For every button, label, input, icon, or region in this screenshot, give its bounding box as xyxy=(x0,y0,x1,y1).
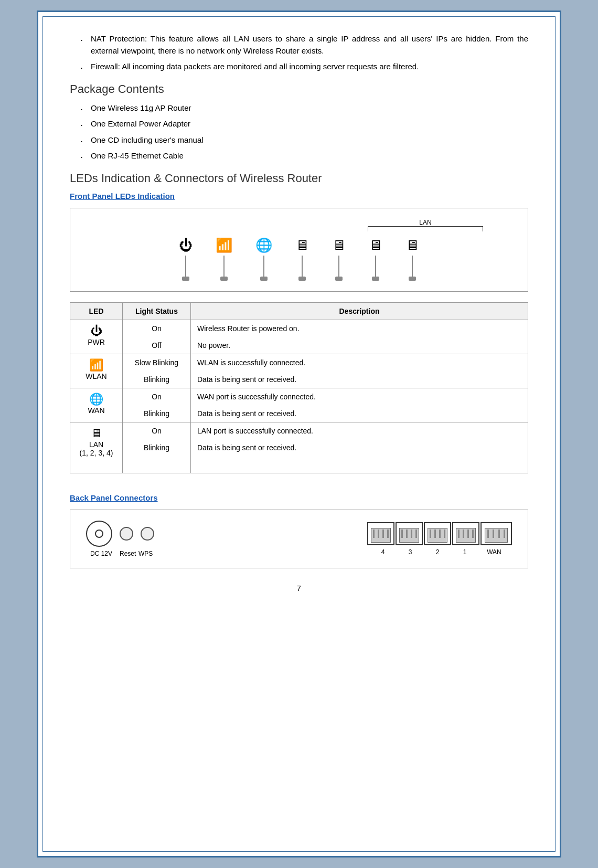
lan-desc-on: LAN port is successfully connected. xyxy=(197,427,521,435)
table-row: 🖥 LAN (1, 2, 3, 4) On Blinking LAN port … xyxy=(70,422,528,473)
reset-button-diagram xyxy=(120,527,133,541)
pwr-desc-cell: Wireless Router is powered on. No power. xyxy=(191,320,528,354)
eth-port-2 xyxy=(424,522,451,545)
eth-port-4 xyxy=(367,522,394,545)
dc-power-connector xyxy=(86,521,112,547)
wlan-desc-cell: WLAN is successfully connected. Data is … xyxy=(191,354,528,388)
top-bullets: NAT Protection: This feature allows all … xyxy=(70,33,528,73)
dc-label: DC 12V xyxy=(88,550,114,557)
pwr-status-cell: On Off xyxy=(123,320,191,354)
led-col-header: LED xyxy=(70,302,123,320)
lan-desc-cell: LAN port is successfully connected. Data… xyxy=(191,422,528,473)
package-item-2: One External Power Adapter xyxy=(80,118,528,130)
wan-desc-on: WAN port is successfully connected. xyxy=(197,393,521,401)
package-item-3: One CD including user's manual xyxy=(80,134,528,146)
pwr-led-cell: ⏻ PWR xyxy=(70,320,123,354)
light-status-col-header: Light Status xyxy=(123,302,191,320)
lan-desc-blink: Data is being sent or received. xyxy=(197,443,521,452)
wlan-led-cell: 📶 WLAN xyxy=(70,354,123,388)
wan-status-cell: On Blinking xyxy=(123,388,191,422)
table-row: 📶 WLAN Slow Blinking Blinking WLAN is su… xyxy=(70,354,528,388)
port-2-label: 2 xyxy=(424,548,451,556)
wlan-label: WLAN xyxy=(86,372,106,380)
lan4-icon-diagram: 🖥 xyxy=(405,237,419,253)
lan2-icon-diagram: 🖥 xyxy=(332,237,346,253)
back-panel-link[interactable]: Back Panel Connectors xyxy=(70,493,528,502)
page: NAT Protection: This feature allows all … xyxy=(37,10,561,858)
led-table: LED Light Status Description ⏻ PWR On Of… xyxy=(70,302,528,473)
eth-port-wan xyxy=(480,522,512,545)
bullet-firewall: Firewall: All incoming data packets are … xyxy=(80,61,528,73)
back-panel-right: 4 3 2 1 WAN xyxy=(367,522,512,556)
table-row: ⏻ PWR On Off Wireless Router is powered … xyxy=(70,320,528,354)
back-panel-left: DC 12V Reset WPS xyxy=(86,521,154,557)
port-1-label: 1 xyxy=(451,548,478,556)
wlan-status-blink: Blinking xyxy=(129,375,184,384)
package-contents-title: Package Contents xyxy=(70,82,528,96)
eth-port-1 xyxy=(452,522,479,545)
wlan-desc-slow: WLAN is successfully connected. xyxy=(197,358,521,367)
wan-desc-blink: Data is being sent or received. xyxy=(197,409,521,418)
wlan-status-cell: Slow Blinking Blinking xyxy=(123,354,191,388)
eth-port-3 xyxy=(396,522,423,545)
pwr-icon: ⏻ xyxy=(179,237,193,253)
ethernet-ports xyxy=(367,522,512,545)
wan-icon-diagram: 🌐 xyxy=(255,237,272,253)
wan-led-cell: 🌐 WAN xyxy=(70,388,123,422)
lan1-icon-diagram: 🖥 xyxy=(295,237,309,253)
lan-status-blink: Blinking xyxy=(129,443,184,452)
page-number: 7 xyxy=(70,584,528,592)
wlan-icon-table: 📶 xyxy=(89,358,103,372)
wps-label: WPS xyxy=(138,550,152,557)
pwr-label: PWR xyxy=(88,338,105,346)
bullet-nat: NAT Protection: This feature allows all … xyxy=(80,33,528,57)
port-wan-label: WAN xyxy=(478,548,510,556)
lan-status-on: On xyxy=(129,427,184,435)
pwr-status-on: On xyxy=(129,324,184,333)
lan-led-cell: 🖥 LAN (1, 2, 3, 4) xyxy=(70,422,123,473)
wan-label: WAN xyxy=(88,406,104,415)
port-3-label: 3 xyxy=(397,548,424,556)
pwr-status-off: Off xyxy=(129,341,184,350)
leds-section-title: LEDs Indication & Connectors of Wireless… xyxy=(70,172,528,185)
wlan-icon-diagram: 📶 xyxy=(216,237,232,253)
front-panel-diagram: LAN ⏻ 📶 🌐 xyxy=(70,208,528,292)
package-item-4: One RJ-45 Ethernet Cable xyxy=(80,150,528,162)
back-left-labels: DC 12V Reset WPS xyxy=(88,550,152,557)
lan-ports-label: (1, 2, 3, 4) xyxy=(80,449,113,457)
wlan-status-slow: Slow Blinking xyxy=(129,358,184,367)
lan-icon-table: 🖥 xyxy=(91,427,102,440)
wan-desc-cell: WAN port is successfully connected. Data… xyxy=(191,388,528,422)
lan-label: LAN xyxy=(89,440,103,449)
package-item-1: One Wireless 11g AP Router xyxy=(80,102,528,114)
lan-bracket-label: LAN xyxy=(419,219,431,226)
pwr-desc-off: No power. xyxy=(197,341,521,350)
wlan-desc-blink: Data is being sent or received. xyxy=(197,375,521,384)
front-panel-link[interactable]: Front Panel LEDs Indication xyxy=(70,192,528,200)
description-col-header: Description xyxy=(191,302,528,320)
back-left-icons xyxy=(86,521,154,547)
wps-button-diagram xyxy=(141,527,154,541)
eth-port-labels: 4 3 2 1 WAN xyxy=(369,548,510,556)
lan-status-cell: On Blinking xyxy=(123,422,191,473)
lan3-icon-diagram: 🖥 xyxy=(369,237,382,253)
reset-label: Reset xyxy=(120,550,133,557)
table-row: 🌐 WAN On Blinking WAN port is successful… xyxy=(70,388,528,422)
pwr-icon-table: ⏻ xyxy=(91,324,102,337)
wan-status-blink: Blinking xyxy=(129,409,184,418)
port-4-label: 4 xyxy=(369,548,397,556)
wan-status-on: On xyxy=(129,393,184,401)
wan-icon-table: 🌐 xyxy=(89,393,103,406)
back-panel-diagram: DC 12V Reset WPS xyxy=(70,510,528,568)
pwr-desc-on: Wireless Router is powered on. xyxy=(197,324,521,333)
package-list: One Wireless 11g AP Router One External … xyxy=(70,102,528,162)
